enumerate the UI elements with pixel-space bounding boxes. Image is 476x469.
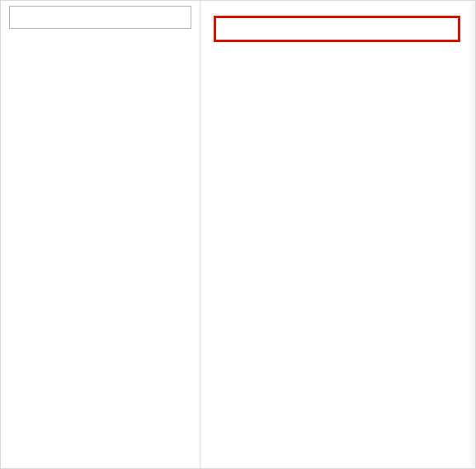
search-input[interactable] bbox=[40, 12, 186, 24]
public-ip-highlight bbox=[214, 16, 460, 42]
search-icon bbox=[15, 10, 30, 25]
detail-scrollbar[interactable] bbox=[469, 1, 475, 468]
search-box[interactable] bbox=[9, 6, 191, 29]
properties-detail-pane bbox=[200, 1, 475, 468]
sidebar bbox=[1, 1, 200, 468]
